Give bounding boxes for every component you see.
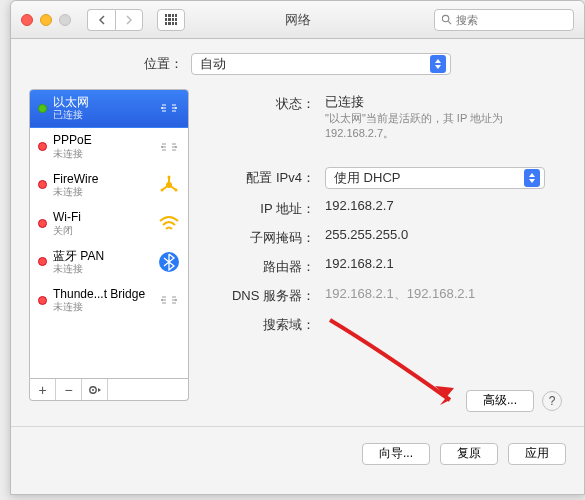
- ethernet-icon: [156, 134, 182, 160]
- item-sub: 未连接: [53, 263, 150, 275]
- search-field[interactable]: [434, 9, 574, 31]
- traffic-lights: [21, 14, 71, 26]
- sidebar-item-bluetooth[interactable]: 蓝牙 PAN未连接: [30, 244, 188, 282]
- config-ipv4-label: 配置 IPv4：: [203, 167, 315, 187]
- grid-icon: [165, 14, 177, 26]
- item-name: Wi-Fi: [53, 210, 150, 224]
- add-interface-button[interactable]: +: [30, 379, 56, 400]
- nav-buttons: [87, 9, 143, 31]
- status-dot-icon: [38, 142, 47, 151]
- apply-button[interactable]: 应用: [508, 443, 566, 465]
- show-all-button[interactable]: [157, 9, 185, 31]
- chevron-left-icon: [98, 15, 106, 25]
- svg-point-8: [161, 188, 164, 191]
- sidebar-toolbar: + −: [29, 379, 189, 401]
- subnet-mask-value: 255.255.255.0: [325, 227, 408, 242]
- interface-list: 以太网已连接 PPPoE未连接 FireWire未连接: [29, 89, 189, 379]
- network-preferences-window: 网络 位置： 自动 以太网已连接: [10, 0, 585, 495]
- status-description: "以太网"当前是活跃的，其 IP 地址为 192.168.2.7。: [325, 111, 535, 142]
- sidebar-item-thunderbolt[interactable]: Thunde...t Bridge未连接: [30, 282, 188, 320]
- item-name: FireWire: [53, 172, 150, 186]
- svg-point-0: [442, 15, 448, 21]
- wifi-icon: [156, 210, 182, 236]
- search-icon: [441, 14, 452, 25]
- subnet-mask-label: 子网掩码：: [203, 227, 315, 247]
- close-button[interactable]: [21, 14, 33, 26]
- revert-button[interactable]: 复原: [440, 443, 498, 465]
- item-name: PPPoE: [53, 133, 150, 147]
- item-name: 以太网: [53, 95, 150, 109]
- svg-line-1: [448, 21, 451, 24]
- config-ipv4-select[interactable]: 使用 DHCP: [325, 167, 545, 189]
- actions-button[interactable]: [82, 379, 108, 400]
- search-input[interactable]: [456, 14, 549, 26]
- search-domain-label: 搜索域：: [203, 314, 315, 334]
- svg-point-7: [168, 175, 171, 178]
- details-pane: 状态： 已连接 "以太网"当前是活跃的，其 IP 地址为 192.168.2.7…: [203, 89, 566, 412]
- item-sub: 未连接: [53, 148, 150, 160]
- status-dot-icon: [38, 180, 47, 189]
- sidebar: 以太网已连接 PPPoE未连接 FireWire未连接: [29, 89, 189, 412]
- item-sub: 未连接: [53, 186, 150, 198]
- status-dot-icon: [38, 296, 47, 305]
- status-value: 已连接: [325, 93, 535, 111]
- ip-address-value: 192.168.2.7: [325, 198, 394, 213]
- svg-point-9: [175, 188, 178, 191]
- forward-button[interactable]: [115, 9, 143, 31]
- location-label: 位置：: [144, 55, 183, 73]
- sidebar-item-firewire[interactable]: FireWire未连接: [30, 167, 188, 205]
- footer: 向导... 复原 应用: [11, 426, 584, 481]
- wizard-button[interactable]: 向导...: [362, 443, 430, 465]
- ethernet-icon: [156, 287, 182, 313]
- item-sub: 已连接: [53, 109, 150, 121]
- sidebar-item-pppoe[interactable]: PPPoE未连接: [30, 128, 188, 166]
- minimize-button[interactable]: [40, 14, 52, 26]
- sidebar-item-wifi[interactable]: Wi-Fi关闭: [30, 205, 188, 243]
- item-name: Thunde...t Bridge: [53, 287, 150, 301]
- item-name: 蓝牙 PAN: [53, 249, 150, 263]
- ip-address-label: IP 地址：: [203, 198, 315, 218]
- item-sub: 未连接: [53, 301, 150, 313]
- gear-icon: [88, 384, 102, 396]
- zoom-button: [59, 14, 71, 26]
- dns-label: DNS 服务器：: [203, 285, 315, 305]
- router-label: 路由器：: [203, 256, 315, 276]
- location-value: 自动: [200, 55, 226, 73]
- help-button[interactable]: ?: [542, 391, 562, 411]
- router-value: 192.168.2.1: [325, 256, 394, 271]
- sidebar-item-ethernet[interactable]: 以太网已连接: [30, 90, 188, 128]
- status-dot-icon: [38, 219, 47, 228]
- location-select[interactable]: 自动: [191, 53, 451, 75]
- back-button[interactable]: [87, 9, 115, 31]
- chevron-right-icon: [125, 15, 133, 25]
- ethernet-icon: [156, 95, 182, 121]
- remove-interface-button[interactable]: −: [56, 379, 82, 400]
- select-arrows-icon: [524, 169, 540, 187]
- advanced-button[interactable]: 高级...: [466, 390, 534, 412]
- status-dot-icon: [38, 104, 47, 113]
- location-row: 位置： 自动: [29, 53, 566, 75]
- dns-value: 192.168.2.1、192.168.2.1: [325, 285, 475, 303]
- titlebar: 网络: [11, 1, 584, 39]
- status-dot-icon: [38, 257, 47, 266]
- item-sub: 关闭: [53, 225, 150, 237]
- bluetooth-icon: [156, 249, 182, 275]
- config-ipv4-value: 使用 DHCP: [334, 169, 400, 187]
- select-arrows-icon: [430, 55, 446, 73]
- status-label: 状态：: [203, 93, 315, 113]
- firewire-icon: [156, 172, 182, 198]
- svg-point-14: [92, 389, 94, 391]
